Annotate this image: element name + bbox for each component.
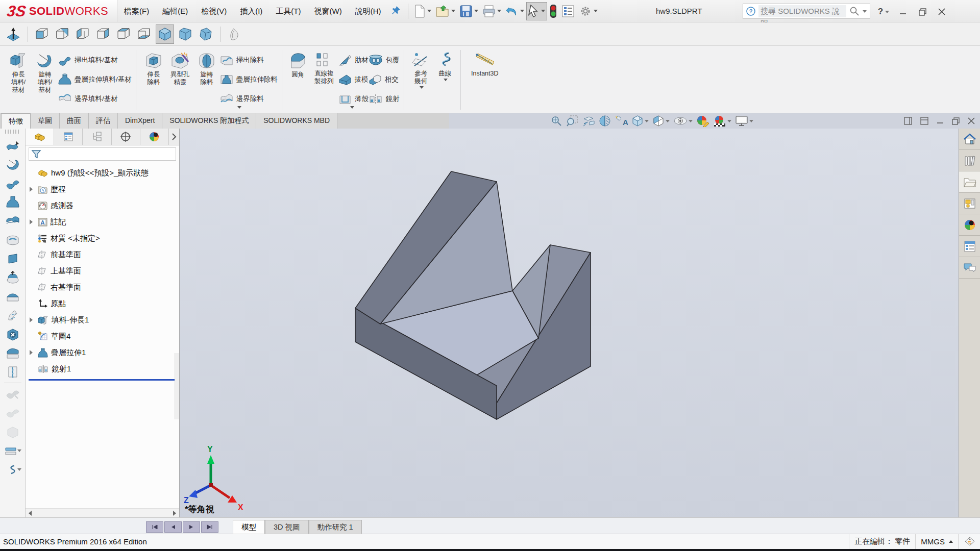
hole-wizard-flyout-caret-icon[interactable] [237,106,241,109]
view-left-button[interactable] [74,24,92,44]
tree-item-front-plane[interactable]: 前基準面 [28,246,179,263]
tab-3d-views[interactable]: 3D 視圖 [265,520,309,534]
tree-item-material[interactable]: 材質 <未指定> [28,230,179,246]
help-search-box[interactable]: ? 搜尋 SOLIDWORKS 說明 [743,4,870,19]
lofted-cut-button[interactable]: 疊層拉伸除料 [220,71,278,88]
normal-to-button[interactable] [4,24,22,44]
tab-dimxpert[interactable]: DimXpert [118,113,162,129]
expand-arrow-icon[interactable] [30,350,33,355]
surface-tool-button-9[interactable] [4,287,22,306]
surface-tool-button-7[interactable] [4,249,22,268]
mirror-button[interactable]: 鏡射 [369,91,400,107]
save-button[interactable] [457,2,480,20]
model-3d[interactable]: Y X Z [180,129,959,517]
shell-button[interactable]: 薄殼 [338,91,369,107]
home-tab[interactable] [959,129,980,150]
extruded-boss-button[interactable]: 伸長 填料/ 基材 [5,49,32,111]
view-front-button[interactable] [33,24,52,44]
cut-group-flyout-caret-icon[interactable] [350,106,354,109]
tree-horizontal-scrollbar[interactable] [26,508,179,517]
close-button[interactable] [932,3,951,20]
surface-tool-button-13[interactable] [4,362,22,381]
swept-boss-button[interactable]: 掃出填料/基材 [58,52,132,68]
revolved-boss-button[interactable]: 旋轉 填料/ 基材 [32,49,58,111]
open-document-button[interactable] [433,2,457,20]
tab-mbd[interactable]: SOLIDWORKS MBD [256,113,337,129]
toolbar-grip-handle[interactable] [5,130,20,134]
surface-tool-button-10[interactable] [4,306,22,324]
tree-item-loft1[interactable]: 疊層拉伸1 [28,344,179,361]
reference-geometry-button[interactable]: 參考 幾何 [408,49,434,111]
view-dimetric-button[interactable] [197,24,215,44]
surface-tool-button-5[interactable] [4,211,22,230]
section-view-button[interactable] [599,115,611,127]
rollback-bar[interactable] [29,379,178,381]
expand-arrow-icon[interactable] [30,187,33,192]
tab-model[interactable]: 模型 [233,520,265,534]
tab-configurations[interactable] [83,129,111,145]
view-trimetric-button[interactable] [176,24,194,44]
display-style-button[interactable] [652,115,670,127]
undo-button[interactable] [503,2,526,20]
boundary-cut-button[interactable]: 邊界除料 [220,91,278,107]
tab-evaluate[interactable]: 評估 [89,113,118,129]
view-selector-button[interactable] [226,24,244,44]
graphics-viewport[interactable]: Y X Z *等角視 [180,129,959,517]
view-annotations-button[interactable]: A [615,115,628,127]
doc-minimize-icon[interactable] [937,117,944,124]
draft-button[interactable]: 拔模 [338,71,369,88]
surface-tool-button-4[interactable] [4,192,22,211]
settings-gear-button[interactable] [577,2,600,20]
view-top-button[interactable] [115,24,133,44]
tree-vertical-scrollbar[interactable] [175,353,179,419]
lofted-boss-button[interactable]: 疊層拉伸填料/基材 [58,71,132,88]
surface-tool-button-17[interactable] [4,441,22,460]
help-menu-button[interactable]: ? [874,3,893,20]
apply-scene-button[interactable] [713,115,731,127]
pin-menu-icon[interactable] [387,5,405,17]
nav-previous-button[interactable] [164,521,182,533]
menu-help[interactable]: 說明(H) [349,0,388,22]
surface-tool-button-11[interactable] [4,324,22,343]
tree-item-history[interactable]: 歷程 [28,181,179,197]
surface-tool-button-8[interactable] [4,268,22,287]
view-right-button[interactable] [94,24,113,44]
panel-expand-chevron-icon[interactable] [169,129,179,145]
tab-feature-tree[interactable] [26,129,54,145]
tree-item-mirror1[interactable]: 鏡射1 [28,361,179,377]
nav-last-button[interactable] [201,521,218,533]
surface-tool-button-1[interactable] [4,136,22,155]
select-tool-button[interactable] [526,2,547,20]
view-isometric-button[interactable] [156,24,174,44]
rebuild-button[interactable] [547,2,559,20]
scroll-left-arrow-icon[interactable] [29,511,32,516]
instant3d-button[interactable]: Instant3D [465,49,505,111]
surface-tool-button-2[interactable] [4,155,22,173]
intersect-button[interactable]: 相交 [369,71,400,88]
tree-root[interactable]: hw9 (預設<<預設>_顯示狀態 [28,165,179,181]
tree-item-annotations[interactable]: A 註記 [28,214,179,230]
surface-tool-button-14[interactable] [4,385,22,404]
fillet-button[interactable]: 圓角 [286,49,310,111]
view-orientation-button[interactable] [631,115,649,127]
view-bottom-button[interactable] [135,24,154,44]
zoom-to-area-button[interactable] [566,115,578,127]
menu-window[interactable]: 視窗(W) [307,0,348,22]
extruded-cut-button[interactable]: 伸長 除料 [140,49,167,111]
boundary-boss-button[interactable]: 邊界填料/基材 [58,91,132,107]
revolved-cut-button[interactable]: 旋轉 除料 [193,49,220,111]
tree-filter-box[interactable] [29,147,176,161]
file-explorer-tab[interactable] [959,171,980,193]
custom-properties-tab[interactable] [959,236,980,257]
doc-restore-icon[interactable] [952,117,960,125]
zoom-fit-button[interactable] [550,115,562,127]
edit-appearance-button[interactable] [696,115,709,127]
units-selector[interactable]: MMGS [921,537,945,546]
swept-cut-button[interactable]: 掃出除料 [220,52,278,68]
restore-button[interactable] [913,3,932,20]
design-library-tab[interactable] [959,150,980,171]
pane-new-window-icon[interactable] [920,117,928,125]
tree-item-sketch4[interactable]: 草圖4 [28,328,179,344]
view-palette-tab[interactable] [959,193,980,214]
forum-tab[interactable] [959,257,980,279]
